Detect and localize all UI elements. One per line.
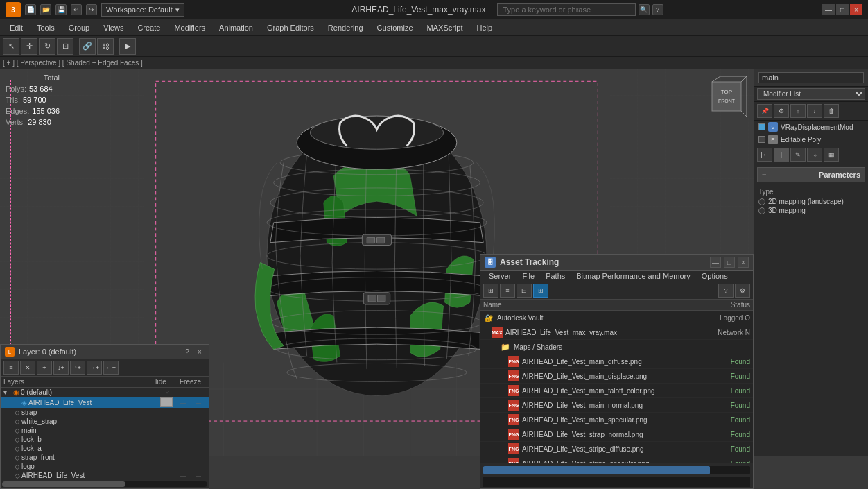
menu-create[interactable]: Create <box>130 22 167 33</box>
menu-group[interactable]: Group <box>62 22 97 33</box>
tool-link[interactable]: 🔗 <box>79 38 96 55</box>
search-input[interactable] <box>497 3 636 16</box>
radio-2d-mapping[interactable]: 2D mapping (landscape) <box>758 197 864 206</box>
asset-panel-maximize[interactable]: □ <box>724 257 735 268</box>
tool-scale[interactable]: ⊡ <box>57 38 73 55</box>
layer-row-logo[interactable]: ◇ logo — — <box>1 462 209 471</box>
lp-tool-move-from[interactable]: ←+ <box>103 361 119 375</box>
asset-panel-close[interactable]: × <box>738 257 749 268</box>
menu-help[interactable]: Help <box>470 22 500 33</box>
modifier-list-dropdown[interactable]: Modifier List <box>757 88 865 100</box>
tb-redo[interactable]: ↪ <box>86 4 97 15</box>
tb-undo[interactable]: ↩ <box>71 4 82 15</box>
rp-down-button[interactable]: ↓ <box>807 104 822 118</box>
mod-name-vray: VRayDisplacementMod <box>781 123 853 131</box>
tb-open[interactable]: 📂 <box>40 4 51 15</box>
rp-delete-button[interactable]: 🗑 <box>824 104 839 118</box>
lp-tool-move-to[interactable]: →+ <box>87 361 102 375</box>
menu-views[interactable]: Views <box>96 22 130 33</box>
menu-graph-editors[interactable]: Graph Editors <box>260 22 321 33</box>
ap-row-faloff[interactable]: FNG AIRHEAD_Life_Vest_main_faloff_color.… <box>480 384 753 398</box>
tb-new[interactable]: 📄 <box>25 4 36 15</box>
lp-tool-new[interactable]: + <box>37 361 52 375</box>
maximize-button[interactable]: □ <box>836 4 849 15</box>
lp-tool-layers[interactable]: ≡ <box>3 361 19 375</box>
tool-rotate[interactable]: ↻ <box>39 38 55 55</box>
layer-panel-scrollbar[interactable] <box>2 481 207 487</box>
ap-row-stripe-specular[interactable]: FNG AIRHEAD_Life_Vest_stripe_specular.pn… <box>480 456 753 463</box>
ap-row-displace[interactable]: FNG AIRHEAD_Life_Vest_main_displace.png … <box>480 369 753 384</box>
layer-panel-titlebar[interactable]: L Layer: 0 (default) ? × <box>1 345 209 359</box>
tool-render[interactable]: ▶ <box>119 38 136 55</box>
tool-select[interactable]: ↖ <box>3 38 19 55</box>
layer-row-strap[interactable]: ◇ strap — — <box>1 408 209 417</box>
minimize-button[interactable]: — <box>822 4 835 15</box>
lp-tool-delete[interactable]: ✕ <box>20 361 35 375</box>
menu-customize[interactable]: Customize <box>370 22 420 33</box>
menu-tools[interactable]: Tools <box>30 22 62 33</box>
mod-checkbox-poly[interactable] <box>758 136 765 143</box>
asset-panel-titlebar[interactable]: 🗄 Asset Tracking — □ × <box>480 255 753 271</box>
workspace-dropdown[interactable]: Workspace: Default ▾ <box>101 3 184 17</box>
tb-save[interactable]: 💾 <box>55 4 67 15</box>
layer-panel-close-btn[interactable]: × <box>195 347 205 357</box>
search-button[interactable]: 🔍 <box>639 4 650 15</box>
layer-row-lock-b[interactable]: ◇ lock_b — — <box>1 435 209 444</box>
ap-menu-file[interactable]: File <box>517 271 540 282</box>
rp-tool-a[interactable]: |← <box>757 148 772 162</box>
layer-row-airhead-vest[interactable]: ◇ AIRHEAD_Life_Vest — — <box>1 471 209 480</box>
object-name-input[interactable] <box>758 72 864 83</box>
ap-row-strap-normal[interactable]: FNG AIRHEAD_Life_Vest_strap_normal.png F… <box>480 427 753 442</box>
rp-tool-d[interactable]: ⬦ <box>807 148 822 162</box>
layer-row-lock-a[interactable]: ◇ lock_a — — <box>1 444 209 453</box>
ap-menu-paths[interactable]: Paths <box>540 271 571 282</box>
rp-configure-button[interactable]: ⚙ <box>774 104 789 118</box>
ap-row-max-file[interactable]: MAX AIRHEAD_Life_Vest_max_vray.max Netwo… <box>480 325 753 340</box>
ap-row-specular[interactable]: FNG AIRHEAD_Life_Vest_main_specular.png … <box>480 413 753 427</box>
ap-tool-4[interactable]: ⊞ <box>533 284 548 298</box>
lp-tool-add-to[interactable]: ↓+ <box>53 361 69 375</box>
modifier-vray[interactable]: V VRayDisplacementMod <box>754 121 868 133</box>
rp-up-button[interactable]: ↑ <box>790 104 806 118</box>
lp-tool-select-from[interactable]: ↑+ <box>70 361 85 375</box>
radio-3d-mapping[interactable]: 3D mapping <box>758 206 864 215</box>
layer-row-default[interactable]: ▾ ◉ 0 (default) ✓ — — <box>1 388 209 397</box>
ap-tool-1[interactable]: ⊞ <box>483 284 498 298</box>
params-header[interactable]: − Parameters <box>757 167 865 182</box>
ap-menu-options[interactable]: Options <box>696 271 734 282</box>
layer-row-airhead[interactable]: ◈ AIRHEAD_Life_Vest — — <box>1 397 209 408</box>
ap-tool-2[interactable]: ≡ <box>500 284 515 298</box>
ap-settings-btn[interactable]: ⚙ <box>735 284 750 298</box>
ap-tool-3[interactable]: ⊟ <box>517 284 532 298</box>
asset-panel-minimize[interactable]: — <box>710 257 721 268</box>
mod-checkbox-vray[interactable] <box>758 123 765 130</box>
rp-tool-c[interactable]: ✎ <box>790 148 806 162</box>
menu-animation[interactable]: Animation <box>212 22 260 33</box>
ap-row-vault[interactable]: 🔐 Autodesk Vault Logged O <box>480 311 753 325</box>
ap-help-btn[interactable]: ? <box>718 284 734 298</box>
layer-row-strap-front[interactable]: ◇ strap_front — — <box>1 453 209 462</box>
ap-row-diffuse[interactable]: FNG AIRHEAD_Life_Vest_main_diffuse.png F… <box>480 354 753 369</box>
ap-row-stripe-diffuse[interactable]: FNG AIRHEAD_Life_Vest_stripe_diffuse.png… <box>480 442 753 456</box>
ap-row-normal[interactable]: FNG AIRHEAD_Life_Vest_main_normal.png Fo… <box>480 398 753 413</box>
navigation-cube[interactable]: TOP FRONT <box>706 76 747 117</box>
menu-modifiers[interactable]: Modifiers <box>167 22 212 33</box>
ap-menu-bitmap[interactable]: Bitmap Performance and Memory <box>571 271 695 282</box>
rp-tool-e[interactable]: ▦ <box>824 148 839 162</box>
close-button[interactable]: × <box>850 4 862 15</box>
ap-menu-server[interactable]: Server <box>483 271 517 282</box>
tool-move[interactable]: ✛ <box>21 38 37 55</box>
layer-row-main[interactable]: ◇ main — — <box>1 426 209 435</box>
rp-tool-b[interactable]: | <box>774 148 789 162</box>
rp-pin-button[interactable]: 📌 <box>757 104 772 118</box>
ap-row-maps-folder[interactable]: 📁 Maps / Shaders <box>480 340 753 354</box>
menu-edit[interactable]: Edit <box>3 22 30 33</box>
menu-maxscript[interactable]: MAXScript <box>420 22 470 33</box>
menu-rendering[interactable]: Rendering <box>321 22 370 33</box>
help-button[interactable]: ? <box>652 4 663 15</box>
png-icon-stripe-specular: FNG <box>508 458 519 463</box>
layer-panel-help-btn[interactable]: ? <box>182 347 192 357</box>
modifier-editable-poly[interactable]: E Editable Poly <box>754 133 868 146</box>
layer-row-white-strap[interactable]: ◇ white_strap — — <box>1 417 209 426</box>
tool-unlink[interactable]: ⛓ <box>97 38 114 55</box>
